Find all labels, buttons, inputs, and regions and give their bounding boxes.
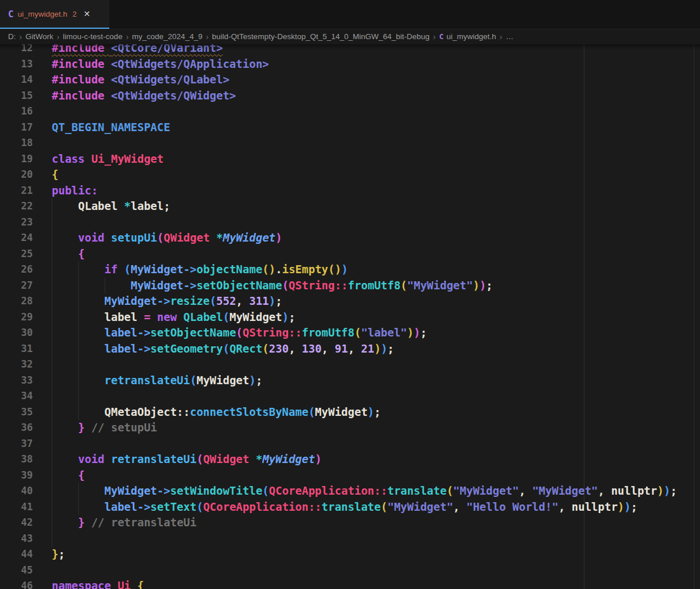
- code-line-28[interactable]: 28 MyWidget->resize(552, 311);: [0, 293, 700, 309]
- code-line-26[interactable]: 26 if (MyWidget->objectName().isEmpty()): [0, 262, 700, 278]
- code-token: QWidget: [164, 231, 210, 244]
- code-token: , nullptr: [598, 484, 657, 497]
- code-token: [52, 453, 78, 465]
- code-token: translate: [387, 484, 446, 497]
- code-token: public:: [52, 184, 98, 197]
- code-line-45[interactable]: 45: [0, 563, 700, 579]
- code-line-37[interactable]: 37: [0, 436, 700, 452]
- code-line-15[interactable]: 15#include <QtWidgets/QWidget>: [0, 88, 700, 104]
- breadcrumb-label: D:: [8, 32, 16, 41]
- code-token: "Hello World!": [466, 500, 559, 513]
- breadcrumb-item-my-code-2024-4-9[interactable]: my_code_2024_4_9: [132, 32, 202, 41]
- code-line-12[interactable]: 12#include <QtCore/QVariant>: [0, 44, 700, 56]
- code-token: (: [446, 484, 453, 497]
- code-line-34[interactable]: 34: [0, 388, 700, 404]
- breadcrumb-item-d-[interactable]: D:: [8, 32, 16, 41]
- close-icon[interactable]: ✕: [83, 10, 90, 18]
- tab-bar: C ui_mywidget.h 2 ✕: [0, 0, 700, 29]
- breadcrumb-item--[interactable]: …: [506, 32, 514, 41]
- breadcrumb-item-limou-c-test-code[interactable]: limou-c-test-code: [63, 32, 123, 41]
- breadcrumb-item-gitwork[interactable]: GitWork: [25, 32, 53, 41]
- code-line-36[interactable]: 36 } // setupUi: [0, 420, 700, 436]
- code-token: [105, 73, 111, 86]
- code-token: {: [52, 168, 58, 181]
- code-token: QWidget: [203, 453, 249, 465]
- code-token: <QtWidgets/QApplication>: [111, 58, 269, 70]
- code-line-20[interactable]: 20{: [0, 167, 700, 183]
- code-line-38[interactable]: 38 void retranslateUi(QWidget *MyWidget): [0, 452, 700, 468]
- line-number: 25: [0, 246, 33, 262]
- c-file-icon: C: [8, 9, 14, 20]
- code-token: label: [105, 326, 137, 339]
- code-line-13[interactable]: 13#include <QtWidgets/QApplication>: [0, 56, 700, 72]
- code-line-27[interactable]: 27 MyWidget->setObjectName(QString::from…: [0, 278, 700, 294]
- breadcrumb-separator: ›: [126, 32, 129, 41]
- code-token: *: [216, 231, 223, 244]
- code-line-25[interactable]: 25 {: [0, 246, 700, 262]
- code-line-23[interactable]: 23: [0, 215, 700, 231]
- tab-ui_mywidget[interactable]: C ui_mywidget.h 2 ✕: [0, 0, 109, 29]
- code-token: ): [618, 500, 624, 513]
- code-token: fromUtf8: [302, 326, 355, 339]
- code-token: [52, 231, 78, 244]
- code-token: [52, 279, 131, 292]
- line-number: 38: [0, 452, 33, 468]
- code-token: MyWidget: [131, 263, 183, 276]
- code-line-39[interactable]: 39 {: [0, 468, 700, 484]
- code-token: ): [368, 406, 374, 418]
- code-token: label;: [131, 200, 170, 212]
- breadcrumb-item-ui-mywidget-h[interactable]: Cui_mywidget.h: [439, 32, 496, 41]
- code-text: QLabel *label;: [52, 198, 170, 215]
- code-line-31[interactable]: 31 label->setGeometry(QRect(230, 130, 91…: [0, 341, 700, 357]
- code-line-32[interactable]: 32: [0, 357, 700, 373]
- code-token: QLabel: [183, 311, 223, 323]
- code-token: [52, 263, 105, 276]
- code-token: (: [381, 500, 387, 513]
- code-token: }: [78, 516, 85, 529]
- code-token: [105, 231, 111, 244]
- code-line-33[interactable]: 33 retranslateUi(MyWidget);: [0, 373, 700, 389]
- code-line-16[interactable]: 16: [0, 104, 700, 120]
- breadcrumb-label: limou-c-test-code: [63, 32, 123, 41]
- code-line-14[interactable]: 14#include <QtWidgets/QLabel>: [0, 72, 700, 88]
- code-line-43[interactable]: 43: [0, 531, 700, 547]
- code-token: }: [52, 548, 58, 560]
- code-token: *: [124, 200, 131, 212]
- breadcrumb-label: GitWork: [25, 32, 53, 41]
- code-token: 552: [216, 294, 236, 307]
- code-text: #include <QtWidgets/QLabel>: [52, 72, 229, 88]
- line-number: 39: [0, 468, 33, 484]
- code-line-18[interactable]: 18: [0, 135, 700, 151]
- line-number: 42: [0, 515, 33, 531]
- code-line-35[interactable]: 35 QMetaObject::connectSlotsByName(MyWid…: [0, 404, 700, 420]
- code-token: (: [262, 484, 269, 497]
- code-token: ;: [58, 548, 64, 560]
- code-line-40[interactable]: 40 MyWidget->setWindowTitle(QCoreApplica…: [0, 483, 700, 499]
- code-line-17[interactable]: 17QT_BEGIN_NAMESPACE: [0, 120, 700, 136]
- code-line-42[interactable]: 42 } // retranslateUi: [0, 515, 700, 531]
- code-text: if (MyWidget->objectName().isEmpty()): [52, 262, 348, 278]
- breadcrumb-item-build-qttestempty-desktop-qt-5-14-0-mingw-64-bit-debug[interactable]: build-QtTestempty-Desktop_Qt_5_14_0_MinG…: [212, 32, 430, 41]
- code-token: connectSlotsByName: [190, 406, 308, 418]
- code-line-30[interactable]: 30 label->setObjectName(QString::fromUtf…: [0, 325, 700, 341]
- code-line-29[interactable]: 29 label = new QLabel(MyWidget);: [0, 309, 700, 326]
- breadcrumb-separator: ›: [57, 32, 60, 41]
- code-line-19[interactable]: 19class Ui_MyWidget: [0, 151, 700, 167]
- code-line-44[interactable]: 44};: [0, 546, 700, 563]
- code-token: ->: [157, 484, 170, 497]
- code-text: label = new QLabel(MyWidget);: [52, 309, 295, 326]
- code-line-22[interactable]: 22 QLabel *label;: [0, 198, 700, 215]
- code-editor[interactable]: 12#include <QtCore/QVariant>13#include <…: [0, 44, 700, 589]
- code-line-41[interactable]: 41 label->setText(QCoreApplication::tran…: [0, 499, 700, 515]
- code-token: (: [400, 279, 407, 292]
- code-line-21[interactable]: 21public:: [0, 183, 700, 199]
- indent-guide: [52, 357, 52, 373]
- code-line-24[interactable]: 24 void setupUi(QWidget *MyWidget): [0, 230, 700, 246]
- code-token: QString::: [289, 279, 348, 292]
- breadcrumb-label: my_code_2024_4_9: [132, 32, 202, 41]
- code-token: ;: [631, 500, 637, 513]
- line-number: 36: [0, 420, 33, 436]
- code-token: if: [105, 263, 118, 276]
- code-line-46[interactable]: 46namespace Ui {: [0, 578, 700, 589]
- c-file-icon: C: [439, 32, 443, 41]
